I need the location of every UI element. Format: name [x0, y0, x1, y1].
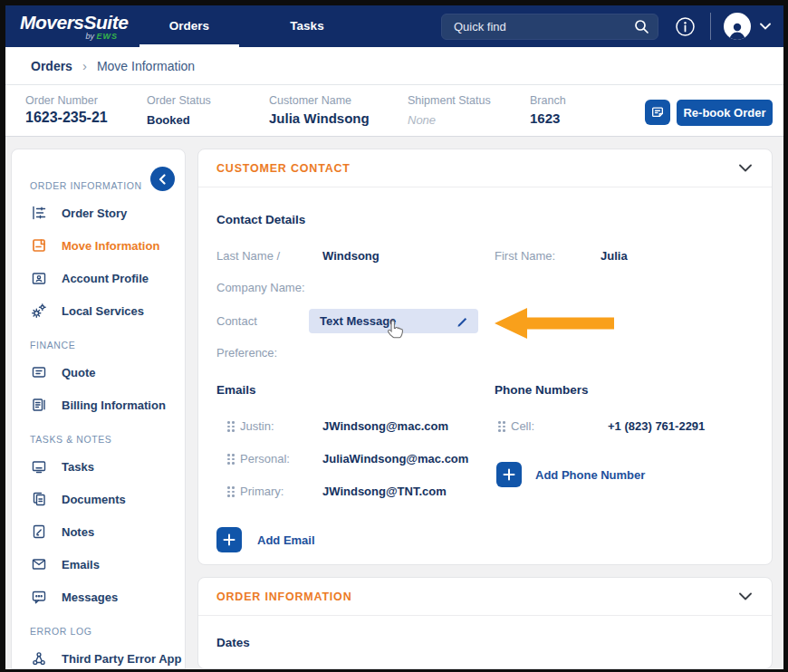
edit-pencil-icon[interactable]: [456, 315, 469, 328]
messages-icon: [30, 589, 48, 605]
breadcrumb-orders[interactable]: Orders: [31, 59, 72, 73]
notes-icon: [30, 523, 48, 540]
sidebar-item-documents[interactable]: Documents: [12, 483, 185, 515]
last-name-label: Last Name /: [216, 249, 280, 263]
contact-preference-label-line2: Preference:: [216, 346, 277, 360]
quote-icon: [30, 364, 48, 380]
sidebar-item-account-profile[interactable]: Account Profile: [12, 262, 185, 294]
documents-icon: [30, 491, 48, 507]
sidebar-item-notes[interactable]: Notes: [12, 515, 185, 548]
brand-by: by: [85, 32, 94, 41]
billing-information-icon: [30, 397, 48, 413]
email-label: Primary:: [240, 485, 283, 498]
sidebar: ORDER INFORMATION Order Story Move Infor…: [11, 149, 186, 669]
nav-tabs: Orders Tasks: [130, 5, 366, 47]
emails-heading: Emails: [216, 383, 256, 397]
customer-contact-card: CUSTOMER CONTACT Contact Details Last Na…: [197, 149, 773, 565]
order-number-label: Order Number: [25, 94, 98, 107]
contact-preference-value: Text Message: [320, 314, 396, 328]
sidebar-item-third-party-error-app[interactable]: Third Party Error App: [12, 642, 185, 669]
customer-name-label: Customer Name: [269, 94, 351, 107]
sidebar-item-order-story[interactable]: Order Story: [12, 197, 185, 229]
add-email-label[interactable]: Add Email: [257, 533, 315, 547]
sidebar-item-quote[interactable]: Quote: [12, 356, 185, 389]
phone-value: +1 (823) 761-2291: [608, 419, 705, 433]
brand-ews: EWS: [96, 32, 118, 41]
sidebar-section-finance: FINANCE: [30, 340, 185, 350]
email-label: Personal:: [240, 452, 290, 466]
account-profile-icon: [30, 270, 48, 286]
order-information-collapse-chevron-icon[interactable]: [739, 592, 752, 600]
branch-label: Branch: [530, 94, 566, 107]
first-name-value: Julia: [601, 249, 628, 263]
sidebar-item-move-information[interactable]: Move Information: [12, 229, 185, 262]
add-phone-button[interactable]: [496, 462, 522, 487]
info-icon[interactable]: [675, 16, 696, 37]
annotation-arrow: [495, 308, 614, 342]
sidebar-section-tasks-notes: TASKS & NOTES: [30, 434, 185, 445]
local-services-icon: [30, 302, 48, 319]
breadcrumb: Orders › Move Information: [5, 47, 783, 85]
sidebar-item-emails[interactable]: Emails: [12, 548, 185, 581]
sidebar-item-messages[interactable]: Messages: [12, 581, 185, 613]
company-name-label: Company Name:: [216, 281, 305, 294]
phone-numbers-heading: Phone Numbers: [495, 383, 589, 397]
breadcrumb-current: Move Information: [97, 59, 195, 73]
content-area: ORDER INFORMATION Order Story Move Infor…: [5, 137, 783, 669]
last-name-value: Windsong: [322, 249, 380, 263]
user-avatar[interactable]: [724, 13, 751, 40]
order-status-label: Order Status: [147, 94, 211, 107]
add-email-button[interactable]: [216, 527, 242, 552]
move-information-icon: [30, 237, 48, 254]
nav-divider: [710, 13, 711, 40]
first-name-label: First Name:: [495, 249, 555, 263]
sidebar-item-local-services[interactable]: Local Services: [12, 294, 185, 327]
order-number-value: 1623-235-21: [25, 110, 108, 126]
sidebar-collapse-button[interactable]: [150, 167, 175, 191]
order-summary-bar: Order Number 1623-235-21 Order Status Bo…: [5, 85, 783, 137]
emails-icon: [30, 556, 48, 572]
cursor-hand-icon: [386, 319, 406, 346]
note-icon: [650, 105, 665, 120]
drag-handle-icon[interactable]: [227, 486, 235, 497]
tab-orders[interactable]: Orders: [130, 5, 248, 47]
email-label: Justin:: [240, 419, 274, 433]
add-phone-label[interactable]: Add Phone Number: [535, 468, 645, 482]
account-chevron-down-icon[interactable]: [760, 23, 771, 30]
brand-name: MoversSuite: [20, 13, 121, 32]
dates-heading: Dates: [216, 636, 250, 649]
email-value: JWindsong@mac.com: [322, 419, 448, 433]
sidebar-section-error-log: ERROR LOG: [30, 626, 185, 637]
main-panel: CUSTOMER CONTACT Contact Details Last Na…: [197, 149, 773, 669]
email-value: JWindsong@TNT.com: [322, 485, 447, 498]
drag-handle-icon[interactable]: [227, 454, 235, 465]
top-nav: MoversSuite by EWS Orders Tasks: [5, 5, 783, 47]
sidebar-item-billing-information[interactable]: Billing Information: [12, 389, 185, 421]
tasks-icon: [30, 458, 48, 475]
contact-details-heading: Contact Details: [216, 213, 305, 226]
customer-contact-title: CUSTOMER CONTACT: [216, 162, 351, 175]
customer-contact-collapse-chevron-icon[interactable]: [739, 164, 752, 172]
chevron-left-icon: [158, 174, 168, 185]
order-information-title: ORDER INFORMATION: [216, 590, 351, 603]
order-notes-button[interactable]: [645, 100, 670, 125]
search-input[interactable]: [441, 14, 658, 40]
phone-label: Cell:: [511, 419, 534, 433]
shipment-status-label: Shipment Status: [408, 94, 491, 107]
breadcrumb-separator: ›: [82, 58, 87, 73]
drag-handle-icon[interactable]: [498, 421, 505, 432]
rebook-order-button[interactable]: Re-book Order: [677, 100, 773, 126]
search-icon[interactable]: [634, 19, 649, 34]
branch-value: 1623: [530, 110, 560, 126]
email-value: JuliaWindsong@mac.com: [322, 452, 468, 466]
drag-handle-icon[interactable]: [227, 421, 235, 432]
third-party-error-icon: [30, 650, 48, 667]
sidebar-item-tasks[interactable]: Tasks: [12, 450, 185, 483]
plus-icon: [503, 468, 515, 481]
app-logo: MoversSuite by EWS: [20, 13, 121, 41]
order-information-card: ORDER INFORMATION Dates: [197, 577, 773, 669]
order-status-value: Booked: [147, 113, 190, 127]
plus-icon: [223, 533, 235, 546]
tab-tasks[interactable]: Tasks: [248, 5, 366, 47]
app-window: MoversSuite by EWS Orders Tasks: [0, 0, 788, 672]
